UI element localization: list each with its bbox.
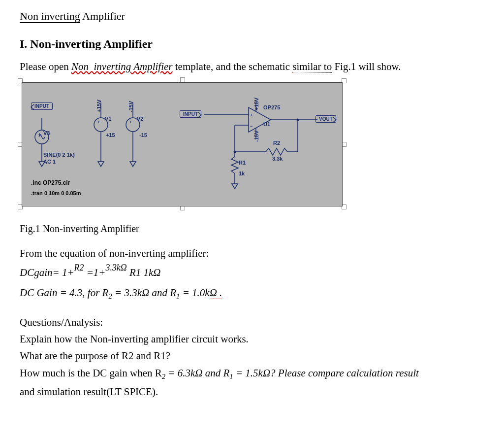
qa-line-1: Explain how the Non-inverting amplifier …	[20, 332, 484, 346]
qa-heading: Questions/Analysis:	[20, 315, 484, 329]
svg-text:+: +	[250, 113, 252, 118]
main-title: Non inverting Amplifier	[20, 10, 484, 23]
intro-link1: Non inverting	[71, 61, 131, 72]
label-v3: V3	[43, 130, 50, 136]
svg-marker-8	[98, 162, 104, 167]
eq2-omega: Ω .	[210, 287, 222, 299]
eq2-c: = 1.0k	[180, 287, 209, 299]
equation-1: DCgain= 1+R2 =1+3.3kΩ R1 1kΩ	[20, 267, 484, 279]
label-ac1: AC 1	[43, 159, 56, 165]
schematic-canvas: + + + +	[22, 82, 343, 206]
schematic-svg: + + + +	[22, 83, 343, 206]
label-plus15-val: +15	[106, 132, 115, 138]
label-minus15-val: -15	[139, 132, 147, 138]
qa3-sub2: 2	[162, 373, 165, 380]
intro-similar: similar to	[292, 61, 332, 73]
spice-tran: .tran 0 10m 0 0.05m	[31, 190, 81, 196]
label-sine: SINE(0 2 1k)	[43, 152, 75, 158]
eq1-r2: R2	[74, 263, 84, 272]
label-u1: U1	[263, 121, 270, 127]
eq1-a: DCgain= 1+	[20, 267, 74, 278]
eq2-a: DC Gain = 4.3, for R	[20, 287, 108, 299]
eq1-val: 3.3kΩ	[106, 263, 127, 272]
label-r2: R2	[273, 140, 280, 146]
svg-text:+: +	[129, 120, 132, 125]
net-input-left: INPUT	[31, 102, 53, 110]
label-r2-val: 3.3k	[272, 156, 283, 162]
qa-line-2: What are the purpose of R2 and R1?	[20, 349, 484, 363]
svg-marker-31	[232, 184, 238, 189]
svg-text:−: −	[250, 124, 252, 129]
selection-handle-icon	[180, 77, 185, 82]
intro-link2: Amplifier	[131, 61, 172, 72]
rail-plus15-u1: +15V	[253, 98, 259, 110]
qa3-sub1: 1	[229, 373, 233, 380]
intro-c: Fig.1 will show.	[332, 61, 401, 72]
qa3-a: How much is the DC gain when R	[20, 367, 162, 379]
qa3-b: = 6.3kΩ and R	[165, 367, 229, 379]
spice-inc: .inc OP275.cir	[31, 179, 70, 186]
svg-marker-13	[130, 162, 136, 167]
qa3-c: = 1.5kΩ? Please compare calculation resu…	[233, 367, 419, 379]
eq1-b: =1+	[84, 267, 105, 278]
label-v1: V1	[105, 116, 111, 122]
title-underlined: Non inverting	[20, 10, 80, 23]
rail-minus15-u1: -15V	[253, 131, 259, 142]
svg-text:+: +	[38, 132, 41, 137]
rail-minus15-v2: -15V	[128, 101, 134, 112]
intro-b: template, and the schematic	[173, 61, 293, 72]
svg-text:+: +	[97, 120, 100, 125]
eq2-b: = 3.3kΩ and R	[112, 287, 176, 299]
net-input-right: INPUT	[180, 110, 201, 118]
label-r1: R1	[239, 160, 246, 166]
rail-plus15-v1: +15V	[96, 100, 102, 112]
document-page: Non inverting Amplifier I. Non-inverting…	[0, 0, 504, 421]
qa-line-3: How much is the DC gain when R2 = 6.3kΩ …	[20, 366, 484, 382]
qa-line-4: and simulation result(LT SPICE).	[20, 385, 484, 399]
label-r1-val: 1k	[239, 170, 245, 176]
intro-paragraph: Please open Non inverting Amplifier temp…	[20, 60, 484, 73]
label-op275: OP275	[263, 104, 280, 110]
figure-caption: Fig.1 Non-inverting Amplifier	[20, 223, 484, 235]
equation-intro: From the equation of non-inverting ampli…	[20, 246, 484, 260]
section-heading: I. Non-inverting Amplifier	[20, 37, 484, 51]
label-v2: V2	[137, 116, 143, 122]
equation-2: DC Gain = 4.3, for R2 = 3.3kΩ and R1 = 1…	[20, 286, 484, 302]
eq2-sub2: 2	[108, 292, 112, 300]
net-vout: VOUT	[315, 115, 336, 123]
schematic-container: + + + +	[20, 80, 345, 218]
intro-a: Please open	[20, 61, 71, 72]
title-rest: Amplifier	[80, 10, 125, 22]
eq1-r1: R1 1kΩ	[127, 267, 161, 278]
